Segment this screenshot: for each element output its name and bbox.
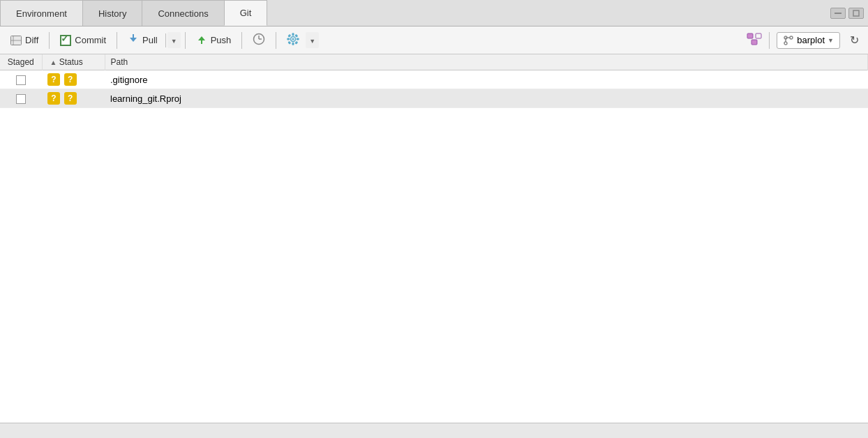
- svg-rect-14: [292, 43, 294, 45]
- tab-history[interactable]: History: [82, 0, 142, 26]
- branch-selector-button[interactable]: barplot ▼: [777, 32, 840, 49]
- status-column-header[interactable]: ▲ Status: [42, 54, 105, 70]
- svg-rect-19: [289, 42, 291, 44]
- main-container: Environment History Connections Git: [0, 0, 868, 438]
- tab-git[interactable]: Git: [224, 0, 268, 26]
- staged-checkbox-2[interactable]: [16, 94, 26, 104]
- gear-dropdown-button[interactable]: ▼: [306, 32, 319, 48]
- tab-environment[interactable]: Environment: [0, 0, 83, 26]
- maximize-button[interactable]: [848, 8, 864, 19]
- pull-dropdown-button[interactable]: ▼: [167, 32, 181, 48]
- refresh-icon: ↻: [850, 33, 859, 47]
- pull-group: Pull ▼: [121, 31, 181, 50]
- separator-3: [185, 32, 186, 49]
- toolbar: Diff ✓ Commit Pull ▼: [0, 27, 868, 54]
- history-clock-button[interactable]: [246, 30, 271, 50]
- separator-6: [769, 32, 770, 49]
- commit-icon: ✓: [60, 35, 71, 46]
- status-bar: [0, 423, 868, 438]
- diff-button[interactable]: Diff: [4, 32, 45, 48]
- git-status-table: Staged ▲ Status Path: [0, 54, 868, 108]
- svg-marker-7: [198, 36, 205, 40]
- table-header-row: Staged ▲ Status Path: [0, 54, 868, 70]
- gear-button[interactable]: [280, 30, 306, 50]
- separator-5: [276, 32, 276, 49]
- status-cell-2: ? ?: [42, 89, 105, 108]
- svg-rect-8: [201, 40, 202, 44]
- svg-rect-16: [297, 38, 299, 40]
- staged-cell-1: [0, 70, 42, 89]
- svg-point-25: [784, 42, 787, 45]
- diff-label: Diff: [25, 35, 38, 45]
- path-cell-1: .gitignore: [105, 70, 868, 89]
- svg-rect-6: [133, 34, 134, 38]
- branch-chevron-icon: ▼: [828, 37, 834, 44]
- window-controls: [830, 0, 868, 26]
- svg-rect-17: [289, 35, 291, 37]
- svg-rect-21: [747, 33, 753, 38]
- path-label-2: learning_git.Rproj: [110, 93, 181, 104]
- path-cell-2: learning_git.Rproj: [105, 89, 868, 108]
- commit-button[interactable]: ✓ Commit: [54, 32, 112, 49]
- svg-rect-15: [287, 38, 290, 40]
- push-icon: [196, 33, 207, 47]
- staged-checkbox-1[interactable]: [16, 75, 26, 85]
- status-staged-badge-1: ?: [47, 73, 60, 86]
- svg-rect-23: [751, 40, 757, 45]
- diff-icon: [10, 36, 22, 45]
- svg-point-12: [292, 38, 294, 40]
- pull-icon: [128, 33, 139, 47]
- separator-4: [241, 32, 242, 49]
- git-branch-icon: [783, 35, 794, 46]
- tab-connections[interactable]: Connections: [142, 0, 224, 26]
- tab-bar: Environment History Connections Git: [0, 0, 868, 27]
- gear-chevron-icon: ▼: [309, 38, 315, 45]
- separator-2: [117, 32, 117, 49]
- pull-separator: [165, 33, 166, 47]
- path-column-header[interactable]: Path: [105, 54, 868, 70]
- pull-button[interactable]: Pull: [121, 31, 164, 50]
- gear-icon: [287, 33, 299, 47]
- svg-marker-5: [130, 38, 137, 42]
- path-label-1: .gitignore: [110, 75, 147, 85]
- staged-column-header[interactable]: Staged: [0, 54, 42, 70]
- svg-rect-13: [292, 33, 294, 36]
- svg-rect-18: [296, 35, 298, 37]
- status-staged-badge-2: ?: [47, 92, 60, 105]
- sort-up-arrow-icon: ▲: [50, 59, 57, 66]
- minimize-button[interactable]: [830, 8, 846, 19]
- clock-icon: [253, 33, 265, 47]
- push-label: Push: [211, 35, 232, 45]
- table-row: ? ? .gitignore: [0, 70, 868, 89]
- svg-rect-20: [296, 42, 298, 44]
- svg-rect-1: [853, 10, 859, 16]
- svg-point-26: [790, 36, 793, 39]
- svg-rect-22: [756, 33, 761, 38]
- refresh-button[interactable]: ↻: [844, 31, 864, 50]
- table-row: ? ? learning_git.Rproj: [0, 89, 868, 108]
- pull-label: Pull: [142, 35, 158, 45]
- commit-label: Commit: [75, 35, 106, 45]
- push-button[interactable]: Push: [190, 31, 238, 50]
- branch-name-label: barplot: [797, 35, 825, 45]
- toolbar-right: barplot ▼ ↻: [747, 31, 864, 50]
- content-area: Staged ▲ Status Path: [0, 54, 868, 423]
- status-unstaged-badge-2: ?: [64, 92, 77, 105]
- separator-1: [49, 32, 50, 49]
- gear-group: ▼: [280, 30, 319, 50]
- status-cell-1: ? ?: [42, 70, 105, 89]
- svg-rect-0: [835, 13, 841, 14]
- pull-chevron-icon: ▼: [171, 38, 177, 45]
- branch-view-icon: [747, 33, 762, 47]
- status-unstaged-badge-1: ?: [64, 73, 77, 86]
- staged-cell-2: [0, 89, 42, 108]
